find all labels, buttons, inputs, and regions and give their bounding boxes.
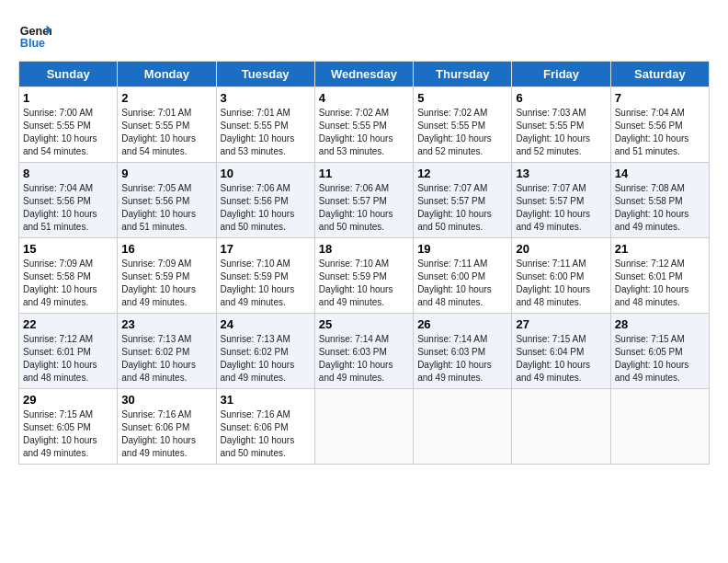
day-number: 11 (319, 167, 409, 180)
calendar-table: SundayMondayTuesdayWednesdayThursdayFrid… (18, 61, 710, 465)
day-info: Sunrise: 7:01 AMSunset: 5:55 PMDaylight:… (121, 107, 211, 158)
header: General Blue (18, 18, 710, 52)
calendar-cell: 11Sunrise: 7:06 AMSunset: 5:57 PMDayligh… (314, 163, 413, 238)
day-info: Sunrise: 7:14 AMSunset: 6:03 PMDaylight:… (417, 333, 507, 385)
calendar-cell: 17Sunrise: 7:10 AMSunset: 5:59 PMDayligh… (216, 238, 314, 314)
day-number: 5 (417, 91, 507, 105)
day-info: Sunrise: 7:00 AMSunset: 5:55 PMDaylight:… (23, 107, 113, 158)
calendar-cell: 16Sunrise: 7:09 AMSunset: 5:59 PMDayligh… (118, 238, 216, 314)
day-number: 23 (121, 317, 211, 331)
calendar-cell: 13Sunrise: 7:07 AMSunset: 5:57 PMDayligh… (512, 163, 610, 238)
calendar-cell: 9Sunrise: 7:05 AMSunset: 5:56 PMDaylight… (118, 163, 216, 238)
calendar-cell: 26Sunrise: 7:14 AMSunset: 6:03 PMDayligh… (414, 314, 512, 389)
logo-icon: General Blue (18, 18, 51, 52)
day-number: 25 (319, 317, 409, 331)
calendar-cell: 23Sunrise: 7:13 AMSunset: 6:02 PMDayligh… (118, 314, 216, 389)
calendar-cell: 4Sunrise: 7:02 AMSunset: 5:55 PMDaylight… (314, 87, 413, 163)
day-number: 1 (23, 91, 113, 105)
calendar-cell: 6Sunrise: 7:03 AMSunset: 5:55 PMDaylight… (512, 87, 610, 163)
day-info: Sunrise: 7:14 AMSunset: 6:03 PMDaylight:… (319, 333, 409, 385)
day-number: 30 (121, 393, 211, 407)
day-number: 2 (121, 91, 211, 105)
calendar-cell: 25Sunrise: 7:14 AMSunset: 6:03 PMDayligh… (314, 314, 413, 389)
calendar-cell: 30Sunrise: 7:16 AMSunset: 6:06 PMDayligh… (118, 389, 216, 465)
day-info: Sunrise: 7:05 AMSunset: 5:56 PMDaylight:… (121, 182, 211, 234)
day-number: 20 (516, 242, 606, 256)
day-info: Sunrise: 7:04 AMSunset: 5:56 PMDaylight:… (615, 107, 705, 158)
day-number: 21 (615, 242, 705, 256)
day-info: Sunrise: 7:15 AMSunset: 6:05 PMDaylight:… (23, 408, 113, 460)
day-number: 12 (417, 167, 507, 180)
weekday-header-thursday: Thursday (414, 62, 512, 87)
day-number: 9 (121, 167, 211, 180)
day-info: Sunrise: 7:07 AMSunset: 5:57 PMDaylight:… (516, 182, 606, 234)
calendar-cell: 28Sunrise: 7:15 AMSunset: 6:05 PMDayligh… (610, 314, 709, 389)
calendar-cell: 24Sunrise: 7:13 AMSunset: 6:02 PMDayligh… (216, 314, 314, 389)
day-number: 24 (221, 317, 311, 331)
day-number: 26 (417, 317, 507, 331)
logo: General Blue (18, 18, 57, 52)
weekday-header-monday: Monday (118, 62, 216, 87)
calendar-week-5: 29Sunrise: 7:15 AMSunset: 6:05 PMDayligh… (19, 389, 710, 465)
calendar-week-4: 22Sunrise: 7:12 AMSunset: 6:01 PMDayligh… (19, 314, 710, 389)
calendar-week-3: 15Sunrise: 7:09 AMSunset: 5:58 PMDayligh… (19, 238, 710, 314)
calendar-cell: 2Sunrise: 7:01 AMSunset: 5:55 PMDaylight… (118, 87, 216, 163)
calendar-cell: 31Sunrise: 7:16 AMSunset: 6:06 PMDayligh… (216, 389, 314, 465)
calendar-cell: 12Sunrise: 7:07 AMSunset: 5:57 PMDayligh… (414, 163, 512, 238)
day-number: 13 (516, 167, 606, 180)
day-info: Sunrise: 7:03 AMSunset: 5:55 PMDaylight:… (516, 107, 606, 158)
calendar-cell: 21Sunrise: 7:12 AMSunset: 6:01 PMDayligh… (610, 238, 709, 314)
day-info: Sunrise: 7:12 AMSunset: 6:01 PMDaylight:… (23, 333, 113, 385)
day-info: Sunrise: 7:10 AMSunset: 5:59 PMDaylight:… (319, 258, 409, 309)
calendar-cell (414, 389, 512, 465)
day-number: 3 (221, 91, 311, 105)
day-number: 8 (23, 167, 113, 180)
calendar-body: 1Sunrise: 7:00 AMSunset: 5:55 PMDaylight… (19, 87, 710, 465)
weekday-header-sunday: Sunday (19, 62, 118, 87)
day-info: Sunrise: 7:09 AMSunset: 5:59 PMDaylight:… (121, 258, 211, 309)
day-info: Sunrise: 7:15 AMSunset: 6:04 PMDaylight:… (516, 333, 606, 385)
calendar-cell: 20Sunrise: 7:11 AMSunset: 6:00 PMDayligh… (512, 238, 610, 314)
calendar-cell: 5Sunrise: 7:02 AMSunset: 5:55 PMDaylight… (414, 87, 512, 163)
calendar-cell: 7Sunrise: 7:04 AMSunset: 5:56 PMDaylight… (610, 87, 709, 163)
calendar-cell (314, 389, 413, 465)
day-number: 28 (615, 317, 705, 331)
day-info: Sunrise: 7:12 AMSunset: 6:01 PMDaylight:… (615, 258, 705, 309)
day-number: 15 (23, 242, 113, 256)
day-info: Sunrise: 7:11 AMSunset: 6:00 PMDaylight:… (417, 258, 507, 309)
day-info: Sunrise: 7:08 AMSunset: 5:58 PMDaylight:… (615, 182, 705, 234)
day-number: 6 (516, 91, 606, 105)
day-number: 19 (417, 242, 507, 256)
day-info: Sunrise: 7:10 AMSunset: 5:59 PMDaylight:… (221, 258, 311, 309)
day-number: 27 (516, 317, 606, 331)
calendar-cell: 22Sunrise: 7:12 AMSunset: 6:01 PMDayligh… (19, 314, 118, 389)
calendar-cell: 8Sunrise: 7:04 AMSunset: 5:56 PMDaylight… (19, 163, 118, 238)
day-number: 29 (23, 393, 113, 407)
weekday-header-saturday: Saturday (610, 62, 709, 87)
day-info: Sunrise: 7:13 AMSunset: 6:02 PMDaylight:… (121, 333, 211, 385)
calendar-cell: 15Sunrise: 7:09 AMSunset: 5:58 PMDayligh… (19, 238, 118, 314)
day-info: Sunrise: 7:15 AMSunset: 6:05 PMDaylight:… (615, 333, 705, 385)
day-info: Sunrise: 7:02 AMSunset: 5:55 PMDaylight:… (319, 107, 409, 158)
day-info: Sunrise: 7:07 AMSunset: 5:57 PMDaylight:… (417, 182, 507, 234)
day-number: 18 (319, 242, 409, 256)
calendar-cell: 19Sunrise: 7:11 AMSunset: 6:00 PMDayligh… (414, 238, 512, 314)
weekday-header-wednesday: Wednesday (314, 62, 413, 87)
calendar-cell: 10Sunrise: 7:06 AMSunset: 5:56 PMDayligh… (216, 163, 314, 238)
calendar-cell (512, 389, 610, 465)
day-info: Sunrise: 7:02 AMSunset: 5:55 PMDaylight:… (417, 107, 507, 158)
day-info: Sunrise: 7:04 AMSunset: 5:56 PMDaylight:… (23, 182, 113, 234)
calendar-cell: 18Sunrise: 7:10 AMSunset: 5:59 PMDayligh… (314, 238, 413, 314)
day-number: 22 (23, 317, 113, 331)
calendar-week-1: 1Sunrise: 7:00 AMSunset: 5:55 PMDaylight… (19, 87, 710, 163)
day-number: 17 (221, 242, 311, 256)
day-info: Sunrise: 7:06 AMSunset: 5:57 PMDaylight:… (319, 182, 409, 234)
calendar-cell: 29Sunrise: 7:15 AMSunset: 6:05 PMDayligh… (19, 389, 118, 465)
day-number: 16 (121, 242, 211, 256)
calendar-cell (610, 389, 709, 465)
calendar-cell: 1Sunrise: 7:00 AMSunset: 5:55 PMDaylight… (19, 87, 118, 163)
day-info: Sunrise: 7:16 AMSunset: 6:06 PMDaylight:… (221, 408, 311, 460)
day-info: Sunrise: 7:16 AMSunset: 6:06 PMDaylight:… (121, 408, 211, 460)
day-number: 7 (615, 91, 705, 105)
day-info: Sunrise: 7:13 AMSunset: 6:02 PMDaylight:… (221, 333, 311, 385)
